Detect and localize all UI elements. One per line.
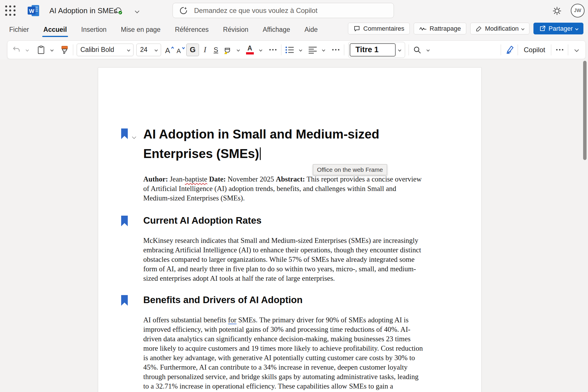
svg-text:A: A <box>165 46 170 54</box>
text-line: competitive advantage in the <box>143 391 423 392</box>
chevron-down-icon <box>398 48 401 51</box>
ribbon-right-cluster: Copilot <box>497 44 581 56</box>
tab-mise-en-page[interactable]: Mise en page <box>120 25 161 35</box>
document-canvas[interactable]: AI Adoption in Small and Medium-sized En… <box>98 67 481 392</box>
highlighter-chevron-icon[interactable] <box>233 44 243 56</box>
tab-affichage[interactable]: Affichage <box>262 25 291 35</box>
edit-pencil-icon <box>476 26 482 32</box>
paste-chevron-icon[interactable] <box>47 44 57 56</box>
section-paragraph: McKinsey research indicates that Small a… <box>143 236 421 283</box>
tab-accueil[interactable]: Accueil <box>43 25 67 35</box>
format-painter-icon[interactable] <box>60 44 69 56</box>
search-icon[interactable] <box>412 44 422 56</box>
bold-button[interactable]: G <box>186 44 199 56</box>
text-line: AI offers substantial benefits for SMEs.… <box>143 315 423 325</box>
document-area: AI Adoption in Small and Medium-sized En… <box>0 59 588 392</box>
copilot-ribbon-button[interactable]: Copilot <box>521 44 548 56</box>
font-color-swatch <box>246 52 254 54</box>
heading-collapse-chevron-icon[interactable] <box>133 134 136 139</box>
document-title[interactable]: AI Adoption in SMEs <box>49 6 117 15</box>
copilot-icon <box>179 6 188 15</box>
ribbon-overflow-icon[interactable] <box>555 44 564 56</box>
catchup-button[interactable]: Rattrapage <box>414 23 466 34</box>
more-font-options-icon[interactable] <box>268 44 278 56</box>
text-line: through personalized service, and bridge… <box>143 372 423 381</box>
text-cursor <box>260 147 261 160</box>
tab-insertion[interactable]: Insertion <box>81 25 107 35</box>
copilot-input[interactable] <box>194 7 387 15</box>
word-online-app: W AI Adoption in SMEs <box>0 0 588 392</box>
text-line: driven data analytics can significantly … <box>143 334 423 344</box>
settings-gear-icon[interactable] <box>552 6 562 16</box>
style-picker[interactable]: Titre 1 <box>348 42 405 58</box>
share-label: Partager <box>549 25 573 32</box>
align-chevron-icon[interactable] <box>319 44 328 56</box>
title-menu-chevron-icon[interactable] <box>136 9 139 14</box>
title-line: AI Adoption in Small and Medium-sized <box>143 124 379 144</box>
bullet-list-icon[interactable] <box>285 44 295 56</box>
bookmark-icon <box>121 128 128 139</box>
editing-mode-button[interactable]: Modification <box>470 23 529 34</box>
word-icon: W <box>27 4 40 17</box>
avatar[interactable]: JW <box>571 4 585 17</box>
ribbon-tabs: Fichier Accueil Insertion Mise en page R… <box>9 22 318 38</box>
ribbon-collapse-chevron-icon[interactable] <box>572 44 581 56</box>
copilot-search[interactable] <box>173 3 394 18</box>
comments-icon <box>353 25 360 32</box>
bookmark-icon <box>121 295 128 306</box>
tab-fichier[interactable]: Fichier <box>9 25 30 35</box>
header-actions: Commentaires Rattrapage Modification <box>348 23 583 34</box>
bookmark-icon <box>121 216 128 226</box>
catchup-icon <box>419 26 427 32</box>
font-color-chevron-icon[interactable] <box>256 44 266 56</box>
editing-mode-label: Modification <box>485 25 519 32</box>
text-line: McKinsey research indicates that Small a… <box>143 236 421 245</box>
avatar-initials: JW <box>574 8 581 13</box>
top-bar: W AI Adoption in SMEs <box>0 0 588 22</box>
chevron-down-icon <box>575 27 578 30</box>
search-chevron-icon[interactable] <box>423 44 433 56</box>
chevron-down-icon <box>521 27 524 30</box>
text-line: sized enterprises adopt AI tools at half… <box>143 274 421 283</box>
undo-button[interactable] <box>11 44 21 56</box>
underline-button[interactable]: S <box>211 44 221 56</box>
font-color-button[interactable]: A <box>245 44 255 56</box>
more-paragraph-options-icon[interactable] <box>331 44 341 56</box>
document-heading-1: AI Adoption in Small and Medium-sized En… <box>143 124 379 163</box>
scrollbar-thumb[interactable] <box>583 61 587 160</box>
tab-revision[interactable]: Révision <box>223 25 249 35</box>
app-launcher-icon[interactable] <box>4 4 17 17</box>
frame-tooltip: Office on the web Frame <box>313 164 387 175</box>
font-color-letter: A <box>247 45 252 52</box>
editor-pen-icon[interactable] <box>504 44 514 56</box>
text-line: more likely to acquire customers and 19 … <box>143 344 423 353</box>
catchup-label: Rattrapage <box>430 25 461 32</box>
shrink-font-button[interactable]: A <box>175 44 185 56</box>
section-heading: Benefits and Drivers of AI Adoption <box>143 295 303 305</box>
italic-button[interactable]: I <box>200 44 210 56</box>
align-icon[interactable] <box>308 44 318 56</box>
font-name-select[interactable]: Calibri Bold <box>77 44 134 56</box>
tab-references[interactable]: Références <box>174 25 209 35</box>
save-status-icon[interactable] <box>113 7 123 15</box>
text-line: Medium-sized Enterprises (SMEs). <box>143 193 421 203</box>
text-line: of Artificial Intelligence (AI) adoption… <box>143 184 421 193</box>
title-line: Enterprises (SMEs) <box>143 144 379 163</box>
current-style: Titre 1 <box>350 43 396 56</box>
text-line: 45%. Furthermore, AI can contribute to a… <box>143 362 423 372</box>
comments-button[interactable]: Commentaires <box>348 23 410 34</box>
section-paragraph: AI offers substantial benefits for SMEs.… <box>143 315 423 392</box>
font-size-select[interactable]: 24 <box>136 44 161 56</box>
svg-text:A: A <box>177 47 181 54</box>
chevron-down-icon <box>154 48 158 51</box>
list-chevron-icon[interactable] <box>296 44 305 56</box>
ribbon-toolbar: Calibri Bold 24 A A G I S <box>7 40 586 59</box>
share-button[interactable]: Partager <box>533 23 583 34</box>
tab-aide[interactable]: Aide <box>304 25 318 35</box>
section-heading: Current AI Adoption Rates <box>143 215 262 226</box>
font-name-value: Calibri Bold <box>80 46 114 54</box>
clipboard-paste-button[interactable] <box>36 44 46 56</box>
undo-chevron-icon[interactable] <box>22 44 32 56</box>
grow-font-button[interactable]: A <box>165 44 174 56</box>
highlighter-icon[interactable] <box>223 44 232 56</box>
